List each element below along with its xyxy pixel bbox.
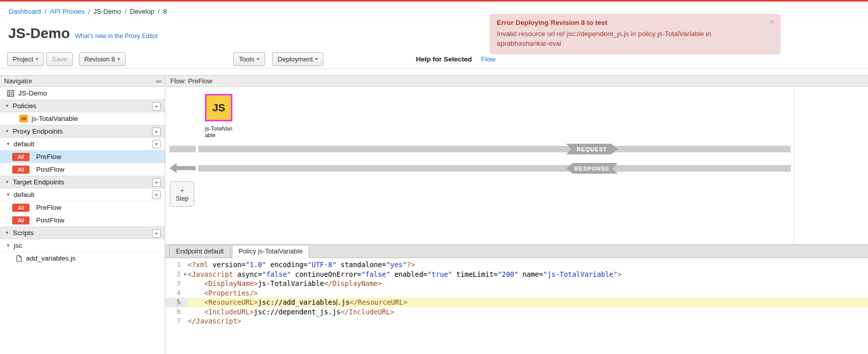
tools-button-label: Tools xyxy=(239,55,254,63)
deployment-button-label: Deployment xyxy=(278,55,313,63)
sidebar-item-js-totalvariable[interactable]: JSjs-TotalVariable xyxy=(0,112,165,125)
sidebar-section-policies[interactable]: ▼Policies+ xyxy=(0,100,165,112)
expand-triangle-icon[interactable]: ▼ xyxy=(5,231,9,235)
plus-icon: + xyxy=(180,186,184,195)
flow-canvas: JS js-TotalVariable REQUEST RESPONSE + S… xyxy=(165,87,868,244)
breadcrumb-item-8: 8 xyxy=(163,8,167,15)
chevron-down-icon: ▾ xyxy=(117,56,120,61)
sidebar-section-target-endpoints[interactable]: ▼Target Endpoints+ xyxy=(0,176,165,188)
code-line-7[interactable]: 7</Javascript> xyxy=(165,316,868,326)
add-button[interactable]: + xyxy=(152,190,161,199)
nav-item-label: PostFlow xyxy=(36,216,65,224)
response-flow-bar xyxy=(198,165,791,172)
add-button[interactable]: + xyxy=(152,178,161,187)
code-line-text: <ResourceURL>jsc://add_variables.js</Res… xyxy=(188,298,868,307)
add-button[interactable]: + xyxy=(152,140,161,148)
breadcrumb-separator: / xyxy=(45,8,47,15)
save-button[interactable]: Save xyxy=(46,52,73,66)
policy-node-label: js-TotalVariable xyxy=(205,125,233,139)
sidebar-item-preflow[interactable]: AllPreFlow xyxy=(0,201,165,214)
whats-new-link[interactable]: What's new in the Proxy Editor xyxy=(75,33,158,40)
request-flow-bar-segment xyxy=(169,146,196,152)
add-step-button[interactable]: + Step xyxy=(170,181,194,207)
code-line-4[interactable]: 4 <Properties/> xyxy=(165,288,868,298)
breadcrumb-item-develop: Develop xyxy=(130,8,155,15)
breadcrumb-separator: / xyxy=(88,8,90,15)
code-line-1[interactable]: 1<?xml version="1.0" encoding="UTF-8" st… xyxy=(165,260,868,270)
code-line-2[interactable]: 2▾<Javascript async="false" continueOnEr… xyxy=(165,270,868,279)
add-button[interactable]: + xyxy=(152,127,161,136)
code-line-3[interactable]: 3 <DisplayName>js-TotalVariable</Display… xyxy=(165,279,868,288)
breadcrumb-item-api-proxies[interactable]: API Proxies xyxy=(50,8,84,15)
response-arrow-label: RESPONSE xyxy=(566,163,618,174)
request-arrow-label: REQUEST xyxy=(566,144,618,154)
sidebar-item-js-demo[interactable]: JS-Demo xyxy=(0,87,165,100)
nav-item-label: default xyxy=(14,140,35,148)
code-line-5[interactable]: 5 <ResourceURL>jsc://add_variables.js</R… xyxy=(165,298,868,307)
add-step-label: Step xyxy=(176,195,189,202)
nav-item-label: jsc xyxy=(14,242,22,249)
workspace: Navigator «« JS-Demo▼Policies+JSjs-Total… xyxy=(0,75,868,354)
flow-header: Flow: PreFlow xyxy=(165,76,868,87)
line-number: 2▾ xyxy=(165,270,188,279)
fold-caret-icon[interactable]: ▾ xyxy=(184,270,186,279)
navigator-sidebar: Navigator «« JS-Demo▼Policies+JSjs-Total… xyxy=(0,76,165,354)
policy-node-js[interactable]: JS xyxy=(205,94,232,121)
all-condition-badge: All xyxy=(12,216,29,224)
main-panel: Flow: PreFlow JS js-TotalVariable REQUES… xyxy=(165,76,868,354)
nav-item-label: PreFlow xyxy=(36,153,62,160)
sidebar-group-default[interactable]: ▼default+ xyxy=(0,188,165,201)
breadcrumb-item-dashboard[interactable]: Dashboard xyxy=(9,8,41,15)
add-button[interactable]: + xyxy=(152,229,161,238)
nav-item-label: PostFlow xyxy=(36,166,65,173)
js-policy-icon: JS xyxy=(19,115,28,122)
line-number: 7 xyxy=(165,316,188,326)
add-button[interactable]: + xyxy=(152,102,161,111)
save-button-label: Save xyxy=(52,55,67,63)
tools-button[interactable]: Tools▾ xyxy=(233,52,265,66)
sidebar-section-scripts[interactable]: ▼Scripts+ xyxy=(0,227,165,239)
sidebar-group-jsc[interactable]: ▼jsc xyxy=(0,239,165,252)
code-line-text: <?xml version="1.0" encoding="UTF-8" sta… xyxy=(188,260,868,270)
navigator-title: Navigator xyxy=(4,77,33,85)
code-line-text: </Javascript> xyxy=(188,316,868,326)
code-line-text: <Properties/> xyxy=(188,288,868,298)
sidebar-group-default[interactable]: ▼default+ xyxy=(0,138,165,150)
error-banner: Error Deploying Revision 8 to test Inval… xyxy=(490,14,781,54)
tab-policy-js-totalvariable[interactable]: Policy js-TotalVariable xyxy=(232,245,309,258)
breadcrumb-separator: / xyxy=(158,8,160,15)
expand-triangle-icon[interactable]: ▼ xyxy=(5,104,9,108)
toolbar-spacer xyxy=(0,69,868,75)
chevron-down-icon: ▾ xyxy=(257,56,259,61)
sidebar-section-proxy-endpoints[interactable]: ▼Proxy Endpoints+ xyxy=(0,125,165,138)
sidebar-item-preflow[interactable]: AllPreFlow xyxy=(0,150,165,163)
line-number: 5 xyxy=(165,298,188,307)
tab-endpoint-default[interactable]: Endpoint default xyxy=(169,245,230,258)
code-line-text: <Javascript async="false" continueOnErro… xyxy=(188,270,868,279)
code-line-6[interactable]: 6 <IncludeURL>jsc://dependent_js.js</Inc… xyxy=(165,307,868,317)
code-line-text: <DisplayName>js-TotalVariable</DisplayNa… xyxy=(188,279,868,288)
chevron-down-icon: ▾ xyxy=(315,56,318,61)
expand-triangle-icon[interactable]: ▼ xyxy=(5,129,9,134)
expand-triangle-icon[interactable]: ▼ xyxy=(6,142,10,146)
close-icon[interactable]: × xyxy=(770,18,774,27)
collapse-sidebar-button[interactable]: «« xyxy=(156,77,161,85)
revision-button[interactable]: Revision 8▾ xyxy=(79,52,126,66)
nav-item-label: Target Endpoints xyxy=(13,178,64,186)
sidebar-item-postflow[interactable]: AllPostFlow xyxy=(0,214,165,227)
expand-triangle-icon[interactable]: ▼ xyxy=(6,243,10,248)
project-button[interactable]: Project▾ xyxy=(7,52,44,66)
expand-triangle-icon[interactable]: ▼ xyxy=(5,180,9,184)
sidebar-item-add-variables-js[interactable]: add_variables.js xyxy=(0,252,165,265)
sidebar-item-postflow[interactable]: AllPostFlow xyxy=(0,163,165,176)
deployment-button[interactable]: Deployment▾ xyxy=(272,52,323,66)
code-line-text: <IncludeURL>jsc://dependent_js.js</Inclu… xyxy=(188,307,868,317)
nav-item-label: Policies xyxy=(13,102,37,110)
expand-triangle-icon[interactable]: ▼ xyxy=(6,192,10,197)
code-editor[interactable]: 1<?xml version="1.0" encoding="UTF-8" st… xyxy=(165,258,868,354)
help-for-selected-label: Help for Selected xyxy=(416,55,472,63)
line-number: 1 xyxy=(165,260,188,270)
flow-help-link[interactable]: Flow xyxy=(481,55,496,63)
revision-button-label: Revision 8 xyxy=(84,55,115,63)
nav-item-label: Proxy Endpoints xyxy=(13,127,63,135)
